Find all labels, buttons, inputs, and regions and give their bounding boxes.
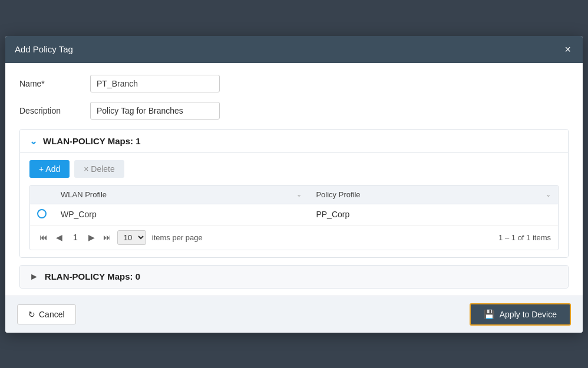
wlan-profile-value: WP_Corp [61,210,97,219]
next-page-button[interactable]: ▶ [86,231,97,243]
undo-icon: ↻ [28,310,35,319]
dialog-body: Name* Description ⌄ WLAN-POLICY Maps: 1 … [5,63,583,289]
wlan-policy-section: ⌄ WLAN-POLICY Maps: 1 + Add × Delete [19,129,569,258]
table-header-row: WLAN Profile ⌄ Policy Profile ⌄ [30,185,558,204]
wlan-table: WLAN Profile ⌄ Policy Profile ⌄ [30,185,558,225]
current-page: 1 [68,231,82,243]
name-label: Name* [19,79,90,88]
wlan-section-content: + Add × Delete WLAN Profile [20,153,568,257]
dialog-title: Add Policy Tag [15,44,73,54]
policy-profile-col-label: Policy Profile [316,190,360,199]
last-page-button[interactable]: ⏭ [101,231,114,243]
rlan-section-header[interactable]: ► RLAN-POLICY Maps: 0 [20,266,568,288]
wlan-section-header[interactable]: ⌄ WLAN-POLICY Maps: 1 [20,130,568,153]
policy-profile-col: Policy Profile ⌄ [309,185,558,204]
first-page-button[interactable]: ⏮ [37,231,50,243]
per-page-label: items per page [152,233,203,242]
wlan-chevron-icon[interactable]: ⌄ [29,135,37,147]
wlan-table-container: WLAN Profile ⌄ Policy Profile ⌄ [29,185,559,250]
policy-col-chevron-icon: ⌄ [546,191,551,198]
cancel-button[interactable]: ↻ Cancel [17,304,76,324]
policy-profile-cell: PP_Corp [309,204,558,225]
description-row: Description [19,102,569,120]
wlan-section-title: WLAN-POLICY Maps: 1 [43,136,141,146]
apply-label: Apply to Device [500,310,557,319]
table-row: WP_Corp PP_Corp [30,204,558,225]
pagination: ⏮ ◀ 1 ▶ ⏭ 10 25 50 items per page 1 – [30,225,558,250]
name-row: Name* [19,75,569,92]
rlan-section-title: RLAN-POLICY Maps: 0 [45,271,140,281]
pagination-info: 1 – 1 of 1 items [498,233,551,242]
rlan-policy-section: ► RLAN-POLICY Maps: 0 [19,265,569,289]
wlan-action-buttons: + Add × Delete [29,160,559,178]
wlan-profile-col: WLAN Profile ⌄ [54,185,309,204]
dialog-header: Add Policy Tag × [5,36,583,63]
row-checkbox[interactable] [37,209,47,218]
dialog-overlay: Add Policy Tag × Name* Description ⌄ WLA… [0,0,588,368]
rlan-chevron-icon[interactable]: ► [29,271,39,282]
table-select-col [30,185,54,204]
dialog-footer: ↻ Cancel 💾 Apply to Device [5,296,583,333]
apply-to-device-button[interactable]: 💾 Apply to Device [470,303,571,326]
delete-button[interactable]: × Delete [74,160,124,178]
add-button[interactable]: + Add [29,160,70,178]
row-select-cell [30,204,54,225]
description-label: Description [19,106,90,115]
close-button[interactable]: × [562,43,573,56]
add-policy-tag-dialog: Add Policy Tag × Name* Description ⌄ WLA… [5,36,583,333]
wlan-col-chevron-icon: ⌄ [296,191,302,198]
save-icon: 💾 [484,309,495,320]
name-input[interactable] [90,75,220,92]
per-page-select[interactable]: 10 25 50 [117,230,146,245]
wlan-profile-cell: WP_Corp [54,204,309,225]
prev-page-button[interactable]: ◀ [54,231,65,243]
policy-profile-value: PP_Corp [316,210,349,219]
wlan-profile-col-label: WLAN Profile [61,190,107,199]
description-input[interactable] [90,102,220,120]
cancel-label: Cancel [39,310,65,319]
